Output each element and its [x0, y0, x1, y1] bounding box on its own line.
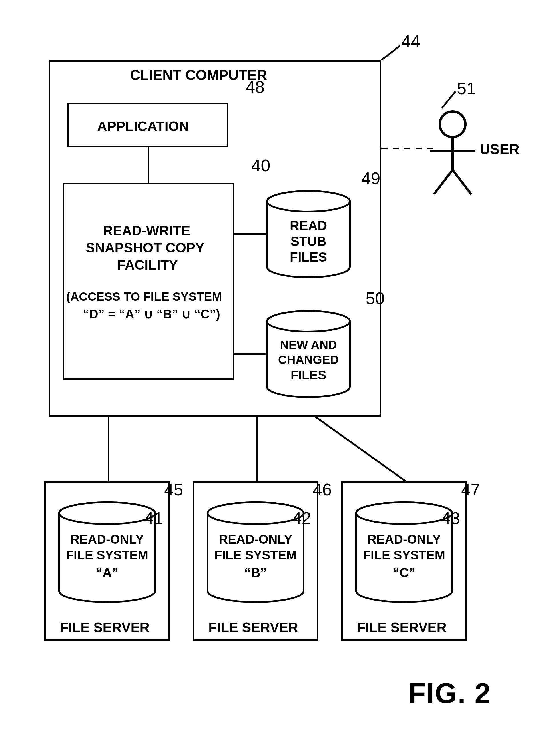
application-label: APPLICATION [97, 119, 189, 134]
server-a-cylinder: READ-ONLY FILE SYSTEM “A” [57, 501, 157, 604]
facility-ref: 40 [251, 156, 270, 175]
facility-line5: “D” = “A” ∪ “B” ∪ “C”) [83, 307, 220, 322]
stub-line3: FILES [266, 250, 351, 264]
changed-ref: 50 [366, 288, 385, 308]
server-b-fs1: READ-ONLY [206, 533, 306, 546]
changed-line2: CHANGED [266, 353, 351, 366]
svg-point-21 [356, 502, 452, 524]
server-b-fs3: “B” [206, 565, 306, 580]
svg-point-8 [267, 191, 350, 212]
server-a-cyl-ref: 41 [144, 508, 163, 528]
server-b-fs2: FILE SYSTEM [206, 548, 306, 562]
server-c-fs3: “C” [354, 565, 454, 580]
svg-point-11 [440, 111, 465, 137]
stub-line2: STUB [266, 234, 351, 249]
user-icon [421, 109, 484, 197]
server-b-cyl-ref: 42 [292, 508, 311, 528]
figure-label: FIG. 2 [408, 677, 491, 710]
user-label: USER [480, 141, 519, 158]
facility-line1: READ-WRITE [103, 223, 190, 238]
stub-ref: 49 [361, 168, 380, 188]
stub-cylinder: READ STUB FILES [266, 190, 351, 278]
facility-box [63, 183, 234, 380]
stub-line1: READ [266, 218, 351, 233]
svg-line-14 [434, 170, 453, 194]
server-b-label: FILE SERVER [208, 620, 298, 635]
server-c-box-ref: 47 [461, 480, 480, 499]
server-a-label: FILE SERVER [60, 620, 150, 635]
client-ref: 44 [401, 31, 420, 51]
changed-line1: NEW AND [266, 338, 351, 352]
server-a-fs2: FILE SYSTEM [57, 548, 157, 562]
diagram-canvas: CLIENT COMPUTER 44 APPLICATION 48 READ-W… [0, 0, 560, 731]
facility-line4: (ACCESS TO FILE SYSTEM [66, 290, 222, 304]
application-ref: 48 [246, 77, 265, 97]
svg-line-2 [316, 417, 406, 481]
server-a-fs1: READ-ONLY [57, 533, 157, 546]
server-b-cylinder: READ-ONLY FILE SYSTEM “B” [206, 501, 306, 604]
changed-cylinder: NEW AND CHANGED FILES [266, 310, 351, 398]
svg-point-17 [59, 502, 155, 524]
server-c-cyl-ref: 43 [441, 508, 460, 528]
server-a-fs3: “A” [57, 565, 157, 580]
server-c-cylinder: READ-ONLY FILE SYSTEM “C” [354, 501, 454, 604]
server-c-label: FILE SERVER [357, 620, 447, 635]
server-a-box-ref: 45 [164, 480, 183, 499]
facility-line3: FACILITY [117, 257, 178, 273]
user-ref: 51 [457, 79, 476, 98]
changed-line3: FILES [266, 368, 351, 382]
svg-line-15 [453, 170, 471, 194]
server-c-fs1: READ-ONLY [354, 533, 454, 546]
server-c-fs2: FILE SYSTEM [354, 548, 454, 562]
svg-point-19 [208, 502, 304, 524]
server-b-box-ref: 46 [313, 480, 332, 499]
svg-point-10 [267, 311, 350, 332]
facility-line2: SNAPSHOT COPY [86, 240, 204, 256]
